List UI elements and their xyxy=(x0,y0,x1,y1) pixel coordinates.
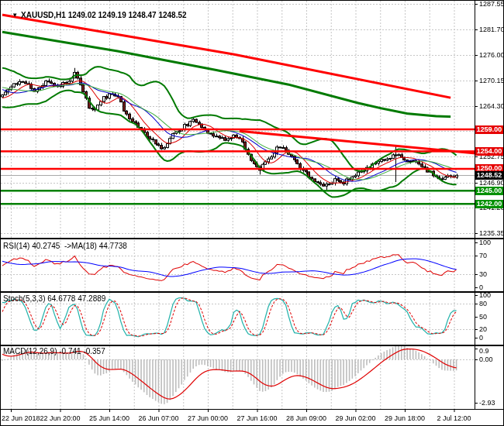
price-axis-tick: 1246.90 xyxy=(479,179,504,187)
time-axis-label: 27 Jun 00:00 xyxy=(188,414,228,422)
symbol-dropdown-icon[interactable]: ▼ xyxy=(12,12,18,19)
macd-axis-tick: -2.93 xyxy=(479,399,495,407)
rsi-axis-tick: 70 xyxy=(479,252,487,259)
price-level-box-current-price: 1248.52 xyxy=(475,171,503,180)
price-axis-tick: 1235.35 xyxy=(479,229,504,237)
price-axis-tick: 1281.70 xyxy=(479,26,504,33)
price-level-box-support: 1242.00 xyxy=(475,200,503,208)
macd-indicator-label: MACD(12,26,9) -0.741 -0.357 xyxy=(3,347,105,356)
rsi-axis-tick: 100 xyxy=(479,239,491,246)
stoch-axis-tick: 100 xyxy=(479,291,491,299)
time-axis-label: 22 Jun 20:00 xyxy=(40,414,80,422)
time-axis-label: 27 Jun 16:00 xyxy=(236,414,277,422)
chart-title: ▼XAUUSD,H1 1249.02 1249.19 1248.47 1248.… xyxy=(3,2,187,28)
stoch-indicator-label: Stoch(5,3,3) 64.6778 47.2889 xyxy=(3,294,105,303)
price-axis-tick: 1264.30 xyxy=(479,102,504,110)
rsi-indicator-label: RSI(14) 40.2745 ->MA(18) 44.7738 xyxy=(3,242,127,250)
price-level-box-resistance: 1259.00 xyxy=(475,125,503,134)
time-axis-label: 29 Jun 02:00 xyxy=(335,414,375,422)
rsi-axis-tick: 0 xyxy=(479,283,483,291)
trading-chart-window: ▼XAUUSD,H1 1249.02 1249.19 1248.47 1248.… xyxy=(0,0,504,426)
macd-axis-tick: 0.9 xyxy=(479,347,489,355)
price-level-box-resistance: 1254.00 xyxy=(475,147,503,156)
time-axis-label: 29 Jun 18:00 xyxy=(385,414,425,422)
stoch-axis-tick: 0 xyxy=(479,334,483,342)
stoch-axis-tick: 20 xyxy=(479,325,487,333)
time-axis-label: 25 Jun 14:00 xyxy=(89,414,129,422)
time-axis-label: 28 Jun 09:00 xyxy=(286,414,326,422)
stoch-axis-tick: 50 xyxy=(479,313,487,321)
price-axis-tick: 1270.15 xyxy=(479,77,504,84)
time-axis-label: 22 Jun 2018 xyxy=(2,414,40,422)
rsi-axis-tick: 30 xyxy=(479,270,487,278)
price-axis-tick: 1287.55 xyxy=(479,0,504,8)
price-axis-tick: 1276.00 xyxy=(479,51,504,59)
ohlc-quote-label: 1249.02 1249.19 1248.47 1248.52 xyxy=(66,11,187,19)
macd-axis-tick: 0.00 xyxy=(479,356,493,363)
time-axis-label: 26 Jun 07:00 xyxy=(138,414,178,422)
stoch-axis-tick: 80 xyxy=(479,300,487,307)
symbol-period-label: XAUUSD,H1 xyxy=(21,11,66,19)
price-level-box-support: 1245.00 xyxy=(475,187,503,195)
time-axis-label: 2 Jul 12:00 xyxy=(437,414,471,422)
price-chart-canvas[interactable] xyxy=(0,0,504,426)
